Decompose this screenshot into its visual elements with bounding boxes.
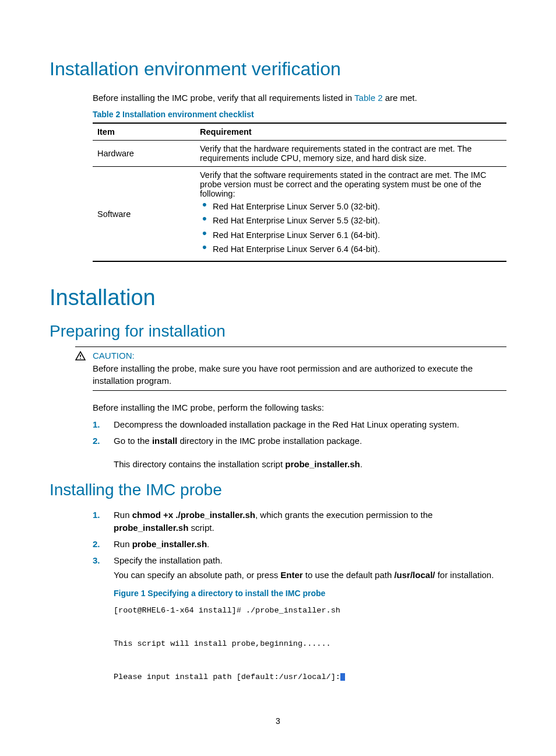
s1-bold: chmod +x ./probe_installer.sh: [132, 510, 255, 520]
s3-text: Specify the installation path.: [114, 555, 223, 565]
list-item: Go to the install directory in the IMC p…: [93, 435, 506, 471]
s3-sub-bold2: /usr/local/: [394, 570, 435, 580]
cell-item-hardware: Hardware: [93, 141, 195, 167]
heading-preparing: Preparing for installation: [50, 322, 506, 341]
th-requirement: Requirement: [195, 123, 506, 141]
list-item: Red Hat Enterprise Linux Server 5.5 (32-…: [200, 215, 502, 226]
terminal-output: [root@RHEL6-1-x64 install]# ./probe_inst…: [114, 603, 506, 685]
step2-prefix: Go to the: [114, 436, 152, 446]
table-row: Hardware Verify that the hardware requir…: [93, 141, 506, 167]
preparing-steps: Decompress the downloaded installation p…: [93, 418, 506, 470]
step2-sub-prefix: This directory contains the installation…: [114, 459, 285, 469]
terminal-line-3: Please input install path [default:/usr/…: [114, 673, 340, 681]
s1-mid: , which grants the execution permission …: [255, 510, 432, 520]
intro-paragraph: Before installing the IMC probe, verify …: [93, 92, 506, 104]
step2-suffix: directory in the IMC probe installation …: [177, 436, 362, 446]
list-item: Run probe_installer.sh.: [93, 538, 506, 551]
list-item: Red Hat Enterprise Linux Server 6.4 (64-…: [200, 243, 502, 255]
s3-sub-prefix: You can specify an absolute path, or pre…: [114, 570, 280, 580]
page-number: 3: [0, 716, 556, 726]
heading-installing-imc-probe: Installing the IMC probe: [50, 481, 506, 499]
step2-sub-bold: probe_installer.sh: [285, 459, 360, 469]
caution-label: CAUTION:: [93, 351, 506, 360]
s2-bold: probe_installer.sh: [132, 539, 207, 549]
s3-sub: You can specify an absolute path, or pre…: [114, 569, 506, 582]
list-item: Red Hat Enterprise Linux Server 6.1 (64-…: [200, 229, 502, 241]
s3-sub-bold: Enter: [280, 570, 302, 580]
requirements-table: Item Requirement Hardware Verify that th…: [93, 123, 506, 262]
cursor-icon: [340, 673, 345, 681]
figure-1-title: Figure 1 Specifying a directory to insta…: [114, 587, 506, 599]
table-row: Software Verify that the software requir…: [93, 167, 506, 262]
list-item: Run chmod +x ./probe_installer.sh, which…: [93, 509, 506, 534]
s1-suffix: script.: [188, 523, 214, 533]
list-item: Decompress the downloaded installation p…: [93, 418, 506, 431]
caution-text: Before installing the probe, make sure y…: [93, 362, 506, 391]
step2-sub: This directory contains the installation…: [114, 458, 506, 471]
step2-sub-suffix: .: [360, 459, 363, 469]
svg-point-1: [80, 358, 81, 359]
s2-prefix: Run: [114, 539, 132, 549]
table-2-link[interactable]: Table 2: [354, 93, 382, 103]
terminal-line-2: This script will install probe,beginning…: [114, 639, 331, 648]
software-bullets: Red Hat Enterprise Linux Server 5.0 (32-…: [200, 201, 502, 255]
th-item: Item: [93, 123, 195, 141]
list-item: Red Hat Enterprise Linux Server 5.0 (32-…: [200, 201, 502, 212]
step2-bold: install: [152, 436, 177, 446]
s3-sub-mid: to use the default path: [303, 570, 395, 580]
cell-req-software: Verify that the software requirements st…: [195, 167, 506, 262]
intro-text-before: Before installing the IMC probe, verify …: [93, 93, 354, 103]
s3-sub-suffix: for installation.: [435, 570, 494, 580]
table-2-title: Table 2 Installation environment checkli…: [93, 110, 506, 119]
intro-text-after: are met.: [382, 93, 417, 103]
heading-installation-env-verification: Installation environment verification: [50, 58, 506, 80]
caution-icon: [75, 351, 93, 363]
software-intro: Verify that the software requirements st…: [200, 170, 486, 198]
list-item: Specify the installation path. You can s…: [93, 554, 506, 686]
preparing-lead: Before installing the IMC probe, perform…: [93, 401, 506, 414]
cell-item-software: Software: [93, 167, 195, 262]
terminal-line-1: [root@RHEL6-1-x64 install]# ./probe_inst…: [114, 606, 340, 615]
s1-prefix: Run: [114, 510, 132, 520]
cell-req-hardware: Verify that the hardware requirements st…: [195, 141, 506, 167]
installing-steps: Run chmod +x ./probe_installer.sh, which…: [93, 509, 506, 685]
s1-bold2: probe_installer.sh: [114, 523, 188, 533]
heading-installation: Installation: [50, 285, 506, 310]
s2-suffix: .: [207, 539, 209, 549]
divider: [75, 346, 506, 347]
